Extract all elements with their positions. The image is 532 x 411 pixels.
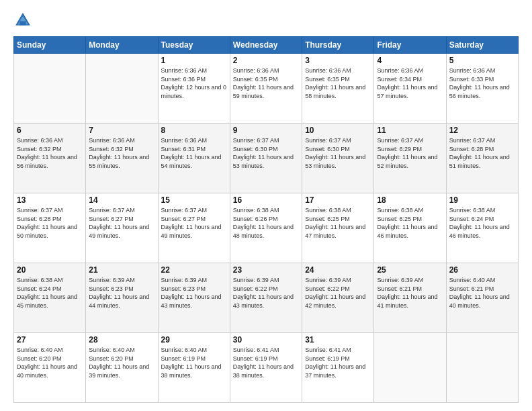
svg-rect-2 [19,21,26,26]
calendar-cell [446,333,518,403]
day-number: 2 [233,56,299,65]
day-info: Sunrise: 6:37 AMSunset: 6:30 PMDaylight:… [233,136,299,170]
calendar-cell: 8Sunrise: 6:36 AMSunset: 6:31 PMDaylight… [158,124,230,193]
calendar-week-5: 27Sunrise: 6:40 AMSunset: 6:20 PMDayligh… [14,333,519,403]
day-number: 28 [89,335,154,345]
calendar-week-1: 1Sunrise: 6:36 AMSunset: 6:36 PMDaylight… [14,54,519,124]
calendar-table: SundayMondayTuesdayWednesdayThursdayFrid… [13,36,519,403]
calendar-cell: 27Sunrise: 6:40 AMSunset: 6:20 PMDayligh… [14,333,86,403]
day-info: Sunrise: 6:36 AMSunset: 6:35 PMDaylight:… [233,66,299,100]
calendar-cell: 25Sunrise: 6:39 AMSunset: 6:21 PMDayligh… [374,263,446,333]
day-number: 16 [233,195,299,205]
day-number: 24 [305,265,371,275]
day-number: 12 [449,126,515,135]
day-info: Sunrise: 6:36 AMSunset: 6:33 PMDaylight:… [449,66,515,100]
day-header-sunday: Sunday [14,37,86,54]
day-info: Sunrise: 6:36 AMSunset: 6:32 PMDaylight:… [17,136,83,170]
calendar-cell: 17Sunrise: 6:38 AMSunset: 6:25 PMDayligh… [302,193,374,263]
day-number: 5 [449,56,515,65]
day-number: 6 [17,126,83,135]
day-number: 8 [161,126,227,135]
calendar-cell: 29Sunrise: 6:40 AMSunset: 6:19 PMDayligh… [158,333,230,403]
day-header-saturday: Saturday [446,37,518,54]
day-info: Sunrise: 6:38 AMSunset: 6:25 PMDaylight:… [305,206,371,240]
calendar-cell: 16Sunrise: 6:38 AMSunset: 6:26 PMDayligh… [230,193,302,263]
day-number: 3 [305,56,371,65]
calendar-cell: 4Sunrise: 6:36 AMSunset: 6:34 PMDaylight… [374,54,446,124]
page: SundayMondayTuesdayWednesdayThursdayFrid… [0,0,532,411]
day-info: Sunrise: 6:37 AMSunset: 6:27 PMDaylight:… [89,206,154,240]
logo [13,11,35,30]
calendar-cell: 22Sunrise: 6:39 AMSunset: 6:23 PMDayligh… [158,263,230,333]
day-number: 1 [161,56,227,65]
calendar-week-2: 6Sunrise: 6:36 AMSunset: 6:32 PMDaylight… [14,124,519,193]
day-number: 11 [377,126,443,135]
calendar-cell: 28Sunrise: 6:40 AMSunset: 6:20 PMDayligh… [86,333,158,403]
day-info: Sunrise: 6:36 AMSunset: 6:34 PMDaylight:… [377,66,443,100]
calendar-cell: 14Sunrise: 6:37 AMSunset: 6:27 PMDayligh… [86,193,158,263]
calendar-week-3: 13Sunrise: 6:37 AMSunset: 6:28 PMDayligh… [14,193,519,263]
day-info: Sunrise: 6:37 AMSunset: 6:28 PMDaylight:… [449,136,515,170]
day-number: 23 [233,265,299,275]
calendar-cell: 23Sunrise: 6:39 AMSunset: 6:22 PMDayligh… [230,263,302,333]
calendar-cell: 24Sunrise: 6:39 AMSunset: 6:22 PMDayligh… [302,263,374,333]
calendar-header-row: SundayMondayTuesdayWednesdayThursdayFrid… [14,37,519,54]
day-number: 30 [233,335,299,345]
calendar-cell: 9Sunrise: 6:37 AMSunset: 6:30 PMDaylight… [230,124,302,193]
day-info: Sunrise: 6:41 AMSunset: 6:19 PMDaylight:… [233,346,299,379]
day-number: 17 [305,195,371,205]
day-header-tuesday: Tuesday [158,37,230,54]
day-info: Sunrise: 6:41 AMSunset: 6:19 PMDaylight:… [305,346,371,379]
day-info: Sunrise: 6:36 AMSunset: 6:36 PMDaylight:… [161,66,227,100]
day-number: 21 [89,265,154,275]
day-header-monday: Monday [86,37,158,54]
day-number: 18 [377,195,443,205]
day-header-friday: Friday [374,37,446,54]
logo-icon [13,11,32,30]
day-info: Sunrise: 6:37 AMSunset: 6:30 PMDaylight:… [305,136,371,170]
day-number: 26 [449,265,515,275]
day-info: Sunrise: 6:38 AMSunset: 6:24 PMDaylight:… [17,276,83,310]
calendar-week-4: 20Sunrise: 6:38 AMSunset: 6:24 PMDayligh… [14,263,519,333]
day-info: Sunrise: 6:39 AMSunset: 6:23 PMDaylight:… [89,276,154,310]
calendar-cell: 12Sunrise: 6:37 AMSunset: 6:28 PMDayligh… [446,124,518,193]
calendar-cell: 30Sunrise: 6:41 AMSunset: 6:19 PMDayligh… [230,333,302,403]
day-number: 27 [17,335,83,345]
calendar-cell [14,54,86,124]
calendar-cell: 31Sunrise: 6:41 AMSunset: 6:19 PMDayligh… [302,333,374,403]
day-number: 7 [89,126,154,135]
calendar-cell: 13Sunrise: 6:37 AMSunset: 6:28 PMDayligh… [14,193,86,263]
header [13,11,519,30]
calendar-cell: 19Sunrise: 6:38 AMSunset: 6:24 PMDayligh… [446,193,518,263]
day-number: 14 [89,195,154,205]
calendar-cell: 10Sunrise: 6:37 AMSunset: 6:30 PMDayligh… [302,124,374,193]
calendar-cell: 6Sunrise: 6:36 AMSunset: 6:32 PMDaylight… [14,124,86,193]
day-info: Sunrise: 6:39 AMSunset: 6:22 PMDaylight:… [233,276,299,310]
day-number: 15 [161,195,227,205]
day-info: Sunrise: 6:40 AMSunset: 6:20 PMDaylight:… [17,346,83,379]
day-info: Sunrise: 6:38 AMSunset: 6:24 PMDaylight:… [449,206,515,240]
calendar-cell: 2Sunrise: 6:36 AMSunset: 6:35 PMDaylight… [230,54,302,124]
day-info: Sunrise: 6:36 AMSunset: 6:35 PMDaylight:… [305,66,371,100]
calendar-cell: 7Sunrise: 6:36 AMSunset: 6:32 PMDaylight… [86,124,158,193]
day-number: 10 [305,126,371,135]
calendar-cell: 1Sunrise: 6:36 AMSunset: 6:36 PMDaylight… [158,54,230,124]
day-number: 9 [233,126,299,135]
day-info: Sunrise: 6:39 AMSunset: 6:21 PMDaylight:… [377,276,443,310]
calendar-cell [374,333,446,403]
calendar-cell: 5Sunrise: 6:36 AMSunset: 6:33 PMDaylight… [446,54,518,124]
calendar-cell [86,54,158,124]
day-info: Sunrise: 6:40 AMSunset: 6:20 PMDaylight:… [89,346,154,379]
calendar-cell: 18Sunrise: 6:38 AMSunset: 6:25 PMDayligh… [374,193,446,263]
day-info: Sunrise: 6:40 AMSunset: 6:21 PMDaylight:… [449,276,515,310]
day-number: 25 [377,265,443,275]
day-info: Sunrise: 6:36 AMSunset: 6:32 PMDaylight:… [89,136,154,170]
day-number: 22 [161,265,227,275]
day-info: Sunrise: 6:38 AMSunset: 6:25 PMDaylight:… [377,206,443,240]
day-info: Sunrise: 6:38 AMSunset: 6:26 PMDaylight:… [233,206,299,240]
day-header-thursday: Thursday [302,37,374,54]
day-info: Sunrise: 6:39 AMSunset: 6:23 PMDaylight:… [161,276,227,310]
day-number: 29 [161,335,227,345]
day-number: 19 [449,195,515,205]
calendar-cell: 21Sunrise: 6:39 AMSunset: 6:23 PMDayligh… [86,263,158,333]
